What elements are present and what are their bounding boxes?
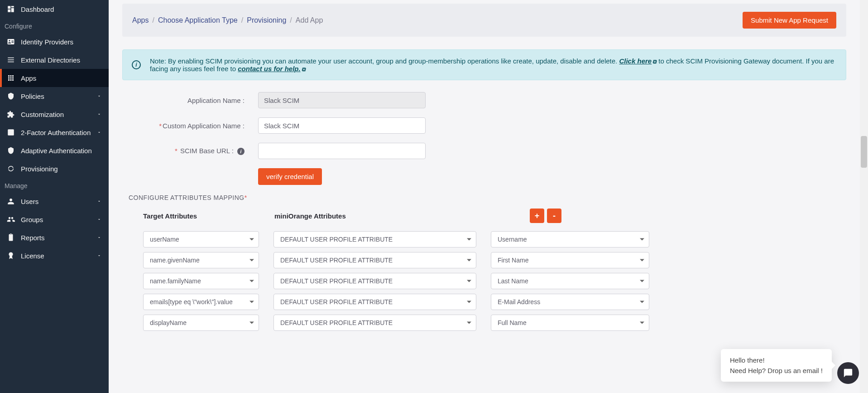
scim-url-input[interactable]: [258, 143, 426, 159]
sidebar-item-label: License: [21, 252, 44, 260]
value-attribute-select[interactable]: Last Name: [491, 273, 649, 289]
value-attribute-select[interactable]: Username: [491, 231, 649, 247]
breadcrumb-item-provisioning[interactable]: Provisioning: [247, 16, 286, 24]
scim-url-label: * SCIM Base URL : i: [122, 147, 258, 155]
sidebar-item-label: Dashboard: [21, 5, 54, 13]
attribute-row: displayName DEFAULT USER PROFILE ATTRIBU…: [143, 315, 846, 331]
mo-attribute-select[interactable]: DEFAULT USER PROFILE ATTRIBUTE: [273, 294, 476, 310]
chevron-down-icon: [96, 198, 102, 204]
chat-icon: [843, 368, 853, 378]
sidebar-item-identity-providers[interactable]: Identity Providers: [0, 33, 109, 51]
target-attribute-select[interactable]: emails[type eq \"work\"].value: [143, 294, 259, 310]
list-icon: [6, 55, 15, 64]
sidebar-
section-configure: Configure: [0, 18, 109, 33]
user-icon: [6, 197, 15, 206]
attribute-row: name.givenName DEFAULT USER PROFILE ATTR…: [143, 252, 846, 268]
sidebar-item-label: Customization: [21, 111, 64, 118]
chevron-down-icon: [96, 234, 102, 241]
info-note-text: Note: By enabling SCIM provisioning you …: [150, 57, 837, 73]
sidebar: Dashboard Configure Identity Providers E…: [0, 0, 109, 393]
external-link-icon: ⧉: [302, 66, 306, 73]
app-name-input: [258, 92, 426, 108]
sidebar-item-customization[interactable]: Customization: [0, 105, 109, 123]
sidebar-item-reports[interactable]: Reports: [0, 228, 109, 247]
mo-attribute-select[interactable]: DEFAULT USER PROFILE ATTRIBUTE: [273, 273, 476, 289]
sidebar-item-policies[interactable]: Policies: [0, 87, 109, 105]
target-attribute-select[interactable]: name.familyName: [143, 273, 259, 289]
chevron-down-icon: [96, 252, 102, 259]
remove-attribute-button[interactable]: -: [547, 209, 561, 223]
sidebar-item-label: Groups: [21, 216, 43, 223]
breadcrumb-item-add-app: Add App: [296, 16, 323, 24]
form-row-custom-name: *Custom Application Name :: [122, 117, 846, 134]
chevron-down-icon: [96, 93, 102, 99]
breadcrumb-sep: /: [241, 16, 243, 24]
attribute-row: userName DEFAULT USER PROFILE ATTRIBUTE …: [143, 231, 846, 247]
sidebar-item-label: Identity Providers: [21, 38, 73, 46]
form-row-verify: verify credential: [122, 168, 846, 185]
sidebar-item-label: Provisioning: [21, 165, 58, 173]
mo-attribute-select[interactable]: DEFAULT USER PROFILE ATTRIBUTE: [273, 231, 476, 247]
contact-us-link[interactable]: contact us for help.⧉: [238, 65, 305, 73]
sidebar-item-label: Policies: [21, 92, 44, 100]
attributes-header: Target Attributes miniOrange Attributes …: [143, 209, 846, 223]
breadcrumb-item-choose-type[interactable]: Choose Application Type: [158, 16, 238, 24]
group-icon: [6, 215, 15, 224]
attribute-buttons: + -: [530, 209, 846, 223]
chat-launcher-button[interactable]: [837, 362, 859, 384]
sidebar-item-apps[interactable]: Apps: [0, 69, 109, 87]
custom-name-label: *Custom Application Name :: [122, 122, 258, 130]
clipboard-icon: [6, 233, 15, 242]
target-attribute-select[interactable]: name.givenName: [143, 252, 259, 268]
verify-credential-button[interactable]: verify credential: [258, 168, 322, 185]
sidebar-section-manage: Manage: [0, 178, 109, 192]
target-attribute-select[interactable]: userName: [143, 231, 259, 247]
sidebar-item-label: 2-Factor Authentication: [21, 129, 91, 136]
info-icon: i: [132, 60, 141, 69]
sidebar-item-adaptive-auth[interactable]: Adaptive Authentication: [0, 141, 109, 160]
sidebar-item-dashboard[interactable]: Dashboard: [0, 0, 109, 18]
attribute-row: emails[type eq \"work\"].value DEFAULT U…: [143, 294, 846, 310]
sidebar-item-label: Reports: [21, 234, 45, 242]
help-popup: Hello there! Need Help? Drop us an email…: [721, 349, 832, 382]
mo-attribute-select[interactable]: DEFAULT USER PROFILE ATTRIBUTE: [273, 315, 476, 331]
value-attribute-select[interactable]: Full Name: [491, 315, 649, 331]
keypad-icon: [6, 128, 15, 137]
click-here-link[interactable]: Click here⧉: [619, 57, 657, 65]
custom-name-input[interactable]: [258, 117, 426, 134]
chevron-down-icon: [96, 129, 102, 136]
sidebar-item-groups[interactable]: Groups: [0, 210, 109, 228]
help-tooltip-icon[interactable]: i: [237, 148, 245, 155]
attributes-mapping-heading: CONFIGURE ATTRIBUTES MAPPING*: [129, 194, 846, 201]
sidebar-item-2fa[interactable]: 2-Factor Authentication: [0, 123, 109, 141]
target-attribute-select[interactable]: displayName: [143, 315, 259, 331]
shield-icon: [6, 92, 15, 101]
form-row-scim-url: * SCIM Base URL : i: [122, 143, 846, 159]
mo-attribute-select[interactable]: DEFAULT USER PROFILE ATTRIBUTE: [273, 252, 476, 268]
sidebar-item-provisioning[interactable]: Provisioning: [0, 160, 109, 178]
sidebar-item-label: Apps: [21, 74, 36, 82]
chevron-down-icon: [96, 111, 102, 117]
add-attribute-button[interactable]: +: [530, 209, 544, 223]
scrollbar-thumb[interactable]: [861, 136, 867, 168]
sidebar-item-label: Adaptive Authentication: [21, 147, 92, 155]
id-card-icon: [6, 37, 15, 46]
value-attribute-select[interactable]: E-Mail Address: [491, 294, 649, 310]
submit-new-app-button[interactable]: Submit New App Request: [743, 12, 836, 29]
info-note-prefix: Note: By enabling SCIM provisioning you …: [150, 57, 619, 65]
sidebar-item-users[interactable]: Users: [0, 192, 109, 210]
col-miniorange-attributes: miniOrange Attributes: [274, 212, 492, 220]
chevron-down-icon: [96, 216, 102, 223]
shield-check-icon: [6, 146, 15, 155]
sidebar-item-external-directories[interactable]: External Directories: [0, 51, 109, 69]
puzzle-icon: [6, 110, 15, 119]
attribute-row: name.familyName DEFAULT USER PROFILE ATT…: [143, 273, 846, 289]
sidebar-item-license[interactable]: License: [0, 247, 109, 265]
app-name-label: Application Name :: [122, 97, 258, 104]
breadcrumb-sep: /: [290, 16, 292, 24]
external-link-icon: ⧉: [652, 58, 657, 65]
apps-grid-icon: [6, 73, 15, 82]
breadcrumb-item-apps[interactable]: Apps: [132, 16, 149, 24]
value-attribute-select[interactable]: First Name: [491, 252, 649, 268]
vertical-scrollbar[interactable]: [860, 0, 868, 393]
